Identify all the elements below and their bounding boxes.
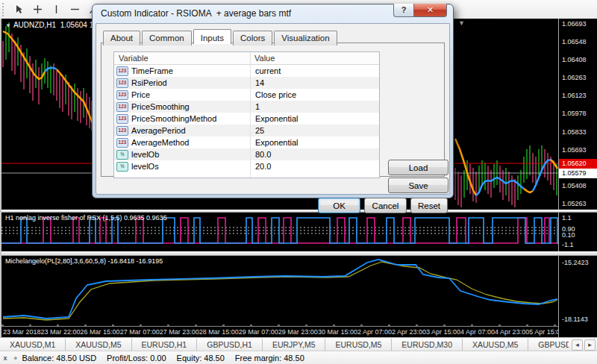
price-axis-label: 1.05833 (562, 129, 597, 136)
time-axis-label: 2 Apr 07:00 (357, 328, 392, 336)
column-header-variable: Variable (114, 52, 250, 64)
table-row[interactable]: 123 Price Close price (114, 89, 379, 101)
param-type-icon: ½ (116, 150, 128, 160)
param-name: Price (131, 90, 251, 99)
table-row[interactable]: ½ levelOs 20.0 (114, 160, 379, 172)
chart-tab[interactable]: EURUSD,M30 (392, 339, 463, 351)
dialog-tab[interactable]: Inputs (193, 29, 231, 44)
ask-price-badge: 1.05620 (559, 159, 597, 169)
price-axis-label: 1.05693 (562, 147, 597, 154)
time-axis[interactable]: 23 Mar 201823 Mar 22:0026 Mar 15:0027 Ma… (1, 326, 558, 337)
dialog-tab[interactable]: About (103, 31, 140, 46)
time-axis-label: 27 Mar 23:00 (160, 328, 199, 336)
save-button[interactable]: Save (388, 178, 448, 193)
chart-tab[interactable]: EURUSD,H1 (132, 339, 198, 351)
param-type-icon: 123 (116, 138, 128, 148)
tab-scroll-left-icon[interactable]: ◂ (572, 339, 583, 351)
toolbar-drag-handle[interactable] (2, 3, 7, 16)
chart-tab[interactable]: XAUUSD,M1 (0, 339, 66, 351)
chart-tab-bar: XAUUSD,M1XAUUSD,M5EURUSD,H1GBPUSD,H1EURJ… (0, 337, 597, 351)
price-axis-label: 1.05263 (562, 201, 597, 207)
param-name: levelOs (131, 162, 251, 171)
param-value[interactable]: 20.0 (251, 162, 379, 171)
pane-splitter[interactable] (1, 251, 597, 256)
indicator1-axis-label: 0.10 (562, 232, 575, 239)
price-axis-label: 1.05408 (562, 183, 597, 189)
param-type-icon: ½ (116, 162, 128, 172)
chart-tab[interactable]: EURJPY,M5 (263, 339, 326, 351)
time-axis-label: 26 Mar 15:00 (81, 328, 120, 336)
table-row[interactable]: 123 AveragePeriod 25 (114, 125, 379, 136)
chart-shift-marker-icon[interactable]: ▼ (458, 19, 465, 27)
time-axis-label: 27 Mar 07:00 (120, 328, 160, 336)
indicator1-axis-label: -1.1 (562, 242, 574, 248)
time-axis-label: 29 Mar 23:00 (278, 328, 318, 336)
indicator-dialog: Custom Indicator - RSIOMA + average bars… (92, 4, 454, 198)
mt4-window: ▼AUDNZD,H1 1.05604 1.05676 ▼ H1 nonlag i… (0, 0, 597, 364)
table-row[interactable]: ½ levelOb 80.0 (114, 148, 379, 160)
time-axis-label: 23 Mar 2018 (3, 328, 41, 336)
account-status-item: Equity: 48.50 (177, 354, 225, 363)
price-axis-label: 1.05978 (562, 110, 597, 117)
indicator2-axis-label: -18.1143 (562, 316, 588, 323)
param-value[interactable]: current (251, 66, 379, 75)
tab-scroll-right-icon[interactable]: ▸ (584, 339, 596, 351)
param-name: PriceSmoothing (131, 102, 251, 111)
table-column-divider (250, 52, 251, 178)
bid-price-badge: 1.05579 (559, 169, 597, 178)
dialog-tab[interactable]: Visualization (274, 31, 337, 46)
param-name: RsiPeriod (131, 78, 251, 87)
tab-scroll-controls: ◂ ▸ (569, 339, 596, 351)
close-icon[interactable]: ✕ (413, 4, 447, 17)
dialog-client-area: AboutCommonInputsColorsVisualization Var… (96, 23, 450, 195)
param-name: levelOb (131, 150, 251, 159)
param-value[interactable]: 1 (251, 102, 379, 111)
table-row[interactable]: 123 AverageMethod Exponential (114, 136, 379, 148)
table-row[interactable]: 123 PriceSmoothingMethod Exponential (114, 113, 379, 125)
table-row[interactable]: 123 PriceSmoothing 1 (114, 101, 379, 113)
time-axis-label: 4 Apr 23:00 (495, 328, 529, 336)
dock-close-icon[interactable]: x (0, 351, 10, 364)
indicator2-pane[interactable]: Michelangelo(PL[2,80],3,6,60,5,8) -16.84… (1, 256, 558, 326)
dialog-caption-buttons: ? ✕ (393, 4, 447, 17)
chart-tab[interactable]: XAUUSD,M5 (463, 339, 528, 351)
table-rows: 123 TimeFrame current 123 RsiPeriod 14 1… (114, 65, 379, 172)
vertical-line-icon[interactable] (47, 1, 66, 18)
param-type-icon: 123 (116, 114, 128, 124)
dialog-tab[interactable]: Common (142, 31, 192, 46)
help-button[interactable]: ? (393, 4, 413, 17)
chart-tab[interactable]: XAUUSD,M5 (66, 339, 131, 351)
indicator2-axis-label: -15.2423 (562, 260, 589, 266)
indicator1-label: H1 nonlag inverse fisher of RSX (1,5,5) … (5, 214, 167, 222)
ok-button[interactable]: OK (318, 198, 360, 213)
price-axis-label: 1.06408 (562, 57, 597, 63)
pane-splitter[interactable] (1, 210, 597, 213)
price-axis[interactable]: 1.066931.065481.064081.062631.061231.059… (558, 19, 597, 337)
param-value[interactable]: Exponential (251, 114, 379, 123)
time-axis-label: 3 Apr 15:00 (426, 328, 460, 336)
parameters-table: Variable Value 123 TimeFrame current 123… (113, 51, 380, 178)
chart-tab[interactable]: GBPUSD,H1 (197, 339, 263, 351)
param-value[interactable]: Exponential (251, 138, 379, 147)
horizontal-line-icon[interactable] (66, 1, 84, 18)
table-row[interactable]: 123 RsiPeriod 14 (114, 77, 379, 89)
param-value[interactable]: 25 (251, 126, 379, 135)
table-row[interactable]: 123 TimeFrame current (114, 65, 379, 77)
cancel-button[interactable]: Cancel (364, 198, 407, 213)
time-axis-label: 2 Apr 23:00 (392, 328, 426, 336)
param-value[interactable]: 80.0 (251, 150, 379, 159)
price-axis-labels: 1.066931.065481.064081.062631.061231.059… (562, 19, 597, 210)
reset-button[interactable]: Reset (410, 198, 448, 213)
dialog-tab[interactable]: Colors (233, 31, 272, 46)
load-button[interactable]: Load (388, 160, 448, 175)
price-axis-label: 1.06693 (562, 21, 597, 28)
param-name: TimeFrame (131, 66, 251, 75)
indicator1-pane[interactable]: H1 nonlag inverse fisher of RSX (1,5,5) … (1, 213, 558, 251)
crosshair-icon[interactable] (28, 1, 47, 18)
param-value[interactable]: 14 (251, 78, 379, 87)
connection-status-icon: ● (13, 354, 17, 362)
cursor-icon[interactable] (10, 1, 28, 18)
param-value[interactable]: Close price (251, 90, 379, 99)
chart-tab[interactable]: EURUSD,M5 (325, 339, 392, 351)
price-axis-label: 1.06263 (562, 75, 597, 81)
